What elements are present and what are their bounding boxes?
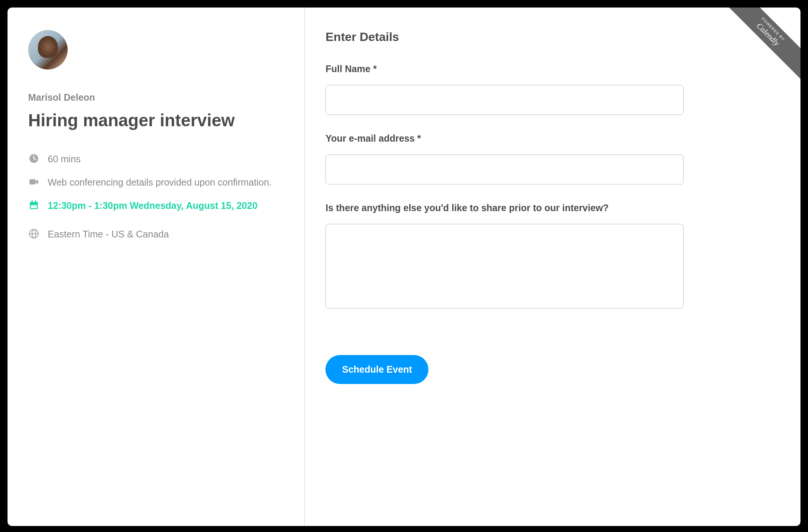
details-form-panel: Enter Details Full Name * Your e-mail ad… <box>305 8 800 526</box>
email-input[interactable] <box>325 154 684 184</box>
email-label: Your e-mail address * <box>325 133 765 144</box>
calendar-icon <box>28 200 39 211</box>
datetime-text: 12:30pm - 1:30pm Wednesday, August 15, 2… <box>48 199 257 212</box>
globe-icon <box>28 228 39 239</box>
event-info-panel: Marisol Deleon Hiring manager interview … <box>8 8 305 526</box>
form-heading: Enter Details <box>325 30 765 44</box>
event-title: Hiring manager interview <box>28 110 284 131</box>
svg-rect-1 <box>29 179 35 184</box>
notes-textarea[interactable] <box>325 224 684 308</box>
notes-label: Is there anything else you'd like to sha… <box>325 203 765 213</box>
full-name-label: Full Name * <box>325 63 765 74</box>
duration-row: 60 mins <box>28 152 284 166</box>
location-text: Web conferencing details provided upon c… <box>48 175 272 189</box>
full-name-input[interactable] <box>325 85 684 115</box>
host-avatar <box>28 30 68 70</box>
schedule-event-button[interactable]: Schedule Event <box>325 355 428 384</box>
video-icon <box>28 176 39 187</box>
scheduling-card: Marisol Deleon Hiring manager interview … <box>8 8 800 526</box>
location-row: Web conferencing details provided upon c… <box>28 175 284 189</box>
timezone-text: Eastern Time - US & Canada <box>48 227 169 241</box>
datetime-row: 12:30pm - 1:30pm Wednesday, August 15, 2… <box>28 199 284 212</box>
svg-rect-6 <box>31 205 37 208</box>
host-name: Marisol Deleon <box>28 92 284 103</box>
duration-text: 60 mins <box>48 152 81 166</box>
timezone-row: Eastern Time - US & Canada <box>28 227 284 241</box>
svg-rect-3 <box>30 202 38 204</box>
clock-icon <box>28 153 39 164</box>
